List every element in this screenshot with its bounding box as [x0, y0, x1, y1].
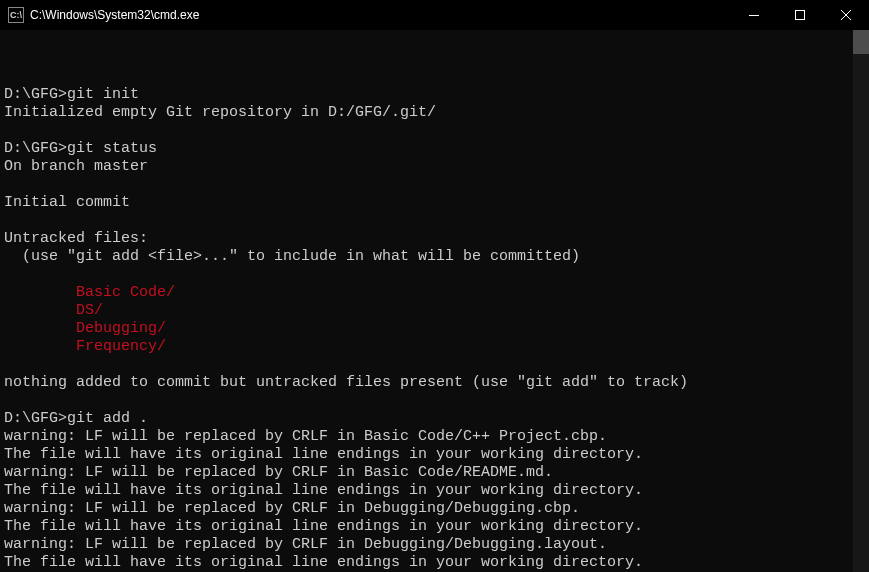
maximize-button[interactable]	[777, 0, 823, 30]
titlebar-left: C:\ C:\Windows\System32\cmd.exe	[8, 7, 199, 23]
terminal-content: D:\GFG>git initInitialized empty Git rep…	[4, 68, 865, 572]
terminal-line	[4, 176, 865, 194]
terminal-line	[4, 212, 865, 230]
terminal-line: D:\GFG>git status	[4, 140, 865, 158]
maximize-icon	[795, 10, 805, 20]
scrollbar-thumb[interactable]	[853, 30, 869, 54]
terminal[interactable]: D:\GFG>git initInitialized empty Git rep…	[0, 30, 869, 572]
terminal-line	[4, 68, 865, 86]
scrollbar[interactable]	[853, 30, 869, 572]
terminal-line: D:\GFG>git add .	[4, 410, 865, 428]
window-title: C:\Windows\System32\cmd.exe	[30, 8, 199, 22]
terminal-line: DS/	[4, 302, 865, 320]
terminal-line	[4, 122, 865, 140]
terminal-line	[4, 356, 865, 374]
terminal-line: nothing added to commit but untracked fi…	[4, 374, 865, 392]
terminal-line: Initial commit	[4, 194, 865, 212]
terminal-line	[4, 392, 865, 410]
titlebar[interactable]: C:\ C:\Windows\System32\cmd.exe	[0, 0, 869, 30]
terminal-line: warning: LF will be replaced by CRLF in …	[4, 428, 865, 446]
minimize-icon	[749, 15, 759, 16]
terminal-line: Basic Code/	[4, 284, 865, 302]
terminal-line: D:\GFG>git init	[4, 86, 865, 104]
terminal-line: warning: LF will be replaced by CRLF in …	[4, 464, 865, 482]
terminal-line: The file will have its original line end…	[4, 482, 865, 500]
terminal-line: The file will have its original line end…	[4, 446, 865, 464]
svg-rect-0	[749, 15, 759, 16]
terminal-line: The file will have its original line end…	[4, 518, 865, 536]
terminal-line: The file will have its original line end…	[4, 554, 865, 572]
window-controls	[731, 0, 869, 30]
terminal-line: Debugging/	[4, 320, 865, 338]
close-icon	[841, 10, 851, 20]
minimize-button[interactable]	[731, 0, 777, 30]
terminal-line: On branch master	[4, 158, 865, 176]
terminal-line: Frequency/	[4, 338, 865, 356]
terminal-line	[4, 266, 865, 284]
terminal-line: Untracked files:	[4, 230, 865, 248]
close-button[interactable]	[823, 0, 869, 30]
svg-rect-1	[796, 11, 805, 20]
terminal-line: warning: LF will be replaced by CRLF in …	[4, 500, 865, 518]
terminal-line: warning: LF will be replaced by CRLF in …	[4, 536, 865, 554]
cmd-icon: C:\	[8, 7, 24, 23]
terminal-line: (use "git add <file>..." to include in w…	[4, 248, 865, 266]
terminal-line: Initialized empty Git repository in D:/G…	[4, 104, 865, 122]
